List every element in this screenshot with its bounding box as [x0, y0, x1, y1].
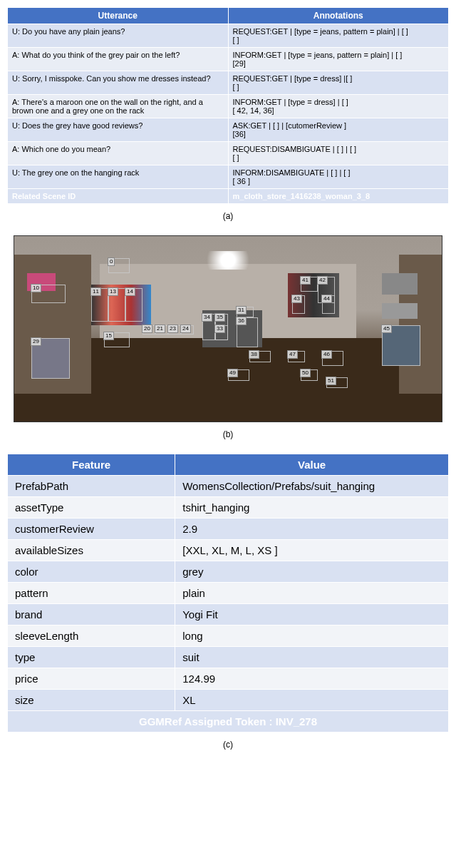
- value-cell: WomensCollection/Prefabs/suit_hanging: [175, 476, 449, 497]
- table-row: A: Which one do you mean?REQUEST:DISAMBI…: [8, 142, 449, 165]
- feature-cell: PrefabPath: [8, 476, 175, 497]
- bbox-label: 51: [326, 377, 336, 385]
- annotation-cell: REQUEST:GET | [type = dress] |[ ] [ ]: [228, 71, 449, 95]
- value-cell: grey: [175, 561, 449, 583]
- bbox-label: 34: [202, 313, 212, 322]
- feature-cell: price: [8, 668, 175, 690]
- bbox: 44: [322, 295, 335, 314]
- annotation-cell: REQUEST:DISAMBIGUATE | [ ] | [ ] [ ]: [228, 142, 449, 165]
- bbox: 10: [31, 285, 66, 303]
- header-annotations: Annotations: [228, 8, 449, 24]
- utterance-cell: U: Sorry, I misspoke. Can you show me dr…: [8, 71, 229, 95]
- caption-c: (c): [7, 740, 449, 750]
- table-row: A: What do you think of the grey pair on…: [8, 48, 449, 71]
- feature-cell: sleeveLength: [8, 626, 175, 647]
- bbox-label: 45: [381, 325, 392, 333]
- annotation-cell: INFORM:GET | [type = dress] | [ ] [ 42, …: [228, 95, 449, 118]
- table-a-dialog: Utterance Annotations U: Do you have any…: [7, 7, 449, 204]
- feature-cell: brand: [8, 604, 175, 626]
- bbox: 47: [288, 351, 305, 362]
- header-utterance: Utterance: [8, 8, 229, 24]
- bbox-label: 11: [90, 287, 101, 296]
- table-row: U: Does the grey have good reviews?ASK:G…: [8, 118, 449, 142]
- table-row: PrefabPathWomensCollection/Prefabs/suit_…: [8, 476, 449, 497]
- caption-a: (a): [7, 211, 449, 221]
- bbox-label: 20: [142, 325, 152, 333]
- value-cell: 124.99: [175, 668, 449, 690]
- bbox-label: 29: [31, 337, 41, 346]
- value-cell: long: [175, 626, 449, 647]
- table-row: price124.99: [8, 668, 449, 690]
- bbox-label: 31: [236, 306, 247, 315]
- table-row: colorgrey: [8, 561, 449, 583]
- feature-cell: pattern: [8, 583, 175, 604]
- bbox-label: 14: [125, 287, 135, 296]
- header-feature: Feature: [8, 454, 175, 476]
- value-cell: tshirt_hanging: [175, 497, 449, 519]
- bbox-label: 36: [236, 317, 247, 325]
- value-cell: Yogi Fit: [175, 604, 449, 626]
- value-cell: [XXL, XL, M, L, XS ]: [175, 540, 449, 561]
- utterance-cell: U: The grey one on the hanging rack: [8, 165, 229, 189]
- bbox-label: 44: [321, 295, 332, 303]
- bbox-label: 23: [167, 325, 178, 333]
- utterance-cell: A: Which one do you mean?: [8, 142, 229, 165]
- bbox: 23: [168, 325, 181, 335]
- related-scene-id-label: Related Scene ID: [8, 189, 229, 204]
- feature-cell: customerReview: [8, 519, 175, 540]
- utterance-cell: A: There's a maroon one on the wall on t…: [8, 95, 229, 118]
- feature-cell: assetType: [8, 497, 175, 519]
- bbox: 13: [108, 288, 125, 322]
- bbox-label: 41: [300, 276, 311, 285]
- table-row: brandYogi Fit: [8, 604, 449, 626]
- table-row: assetTypetshirt_hanging: [8, 497, 449, 519]
- bbox-label: 50: [300, 369, 311, 377]
- bbox: 29: [31, 338, 70, 379]
- bbox-label: 24: [180, 325, 191, 333]
- bbox: 24: [181, 325, 194, 335]
- feature-cell: size: [8, 690, 175, 711]
- ggmref-footer: GGMRef Assigned Token : INV_278: [8, 711, 449, 732]
- bbox-label: 15: [103, 332, 114, 340]
- bbox: 14: [125, 288, 142, 322]
- bbox: 31: [237, 307, 254, 318]
- bbox-label: 43: [291, 295, 302, 303]
- bbox: 45: [382, 325, 420, 366]
- bbox: 49: [228, 369, 249, 381]
- table-row: typesuit: [8, 647, 449, 668]
- feature-cell: availableSizes: [8, 540, 175, 561]
- feature-cell: type: [8, 647, 175, 668]
- table-row: customerReview2.9: [8, 519, 449, 540]
- bbox-label: 33: [214, 325, 225, 333]
- bbox: 41: [301, 277, 318, 292]
- bbox: 51: [326, 377, 348, 389]
- bbox-label: 0: [108, 257, 115, 266]
- bbox: 46: [322, 351, 343, 366]
- bbox-label: 47: [287, 350, 298, 359]
- table-row: U: Do you have any plain jeans?REQUEST:G…: [8, 24, 449, 48]
- annotation-cell: ASK:GET | [ ] | [cutomerReview ] [36]: [228, 118, 449, 142]
- bbox: 21: [155, 325, 168, 335]
- bbox-label: 21: [155, 325, 165, 333]
- table-row: patternplain: [8, 583, 449, 604]
- bbox: 36: [237, 317, 258, 347]
- bbox-label: 46: [321, 350, 332, 359]
- utterance-cell: U: Does the grey have good reviews?: [8, 118, 229, 142]
- table-row: U: Sorry, I misspoke. Can you show me dr…: [8, 71, 449, 95]
- header-value: Value: [175, 454, 449, 476]
- scene-image: 1001113142915202123243435333136414243443…: [14, 235, 442, 422]
- bbox: 50: [301, 369, 318, 381]
- bbox: 43: [292, 295, 305, 314]
- related-scene-id-value: m_cloth_store_1416238_woman_3_8: [228, 189, 449, 204]
- bbox: 38: [249, 351, 271, 362]
- value-cell: XL: [175, 690, 449, 711]
- bbox-label: 13: [108, 287, 118, 296]
- table-row: sleeveLengthlong: [8, 626, 449, 647]
- bbox: 34: [202, 314, 215, 339]
- bbox-label: 35: [214, 313, 225, 322]
- table-c-features: Feature Value PrefabPathWomensCollection…: [7, 454, 449, 732]
- table-row: A: There's a maroon one on the wall on t…: [8, 95, 449, 118]
- caption-b: (b): [7, 429, 449, 439]
- annotation-cell: REQUEST:GET | [type = jeans, pattern = p…: [228, 24, 449, 48]
- bbox-label: 10: [31, 284, 41, 292]
